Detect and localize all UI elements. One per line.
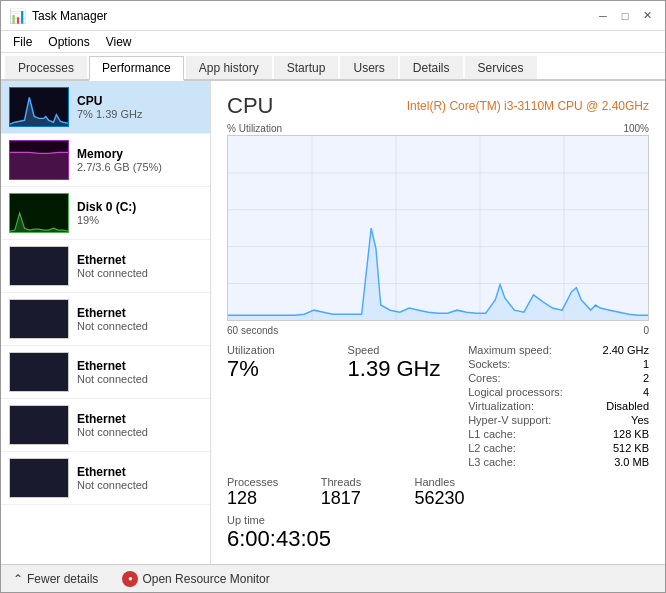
eth4-value: Not connected [77,426,202,438]
eth4-mini-graph [9,405,69,445]
sidebar-item-eth5[interactable]: Ethernet Not connected [1,452,210,505]
speed-block: Speed 1.39 GHz [348,344,469,470]
right-specs: Maximum speed: 2.40 GHz Sockets: 1 Cores… [468,344,649,470]
eth2-label: Ethernet [77,306,202,320]
tab-startup[interactable]: Startup [274,56,339,79]
eth3-mini-graph [9,352,69,392]
eth2-mini-graph [9,299,69,339]
minimize-button[interactable]: ─ [593,6,613,26]
eth3-value: Not connected [77,373,202,385]
svg-rect-3 [10,247,68,285]
eth4-info: Ethernet Not connected [77,412,202,438]
close-button[interactable]: ✕ [637,6,657,26]
max-speed-row: Maximum speed: 2.40 GHz [468,344,649,356]
l1-val: 128 KB [613,428,649,440]
disk-label: Disk 0 (C:) [77,200,202,214]
sidebar-item-eth1[interactable]: Ethernet Not connected [1,240,210,293]
uptime-label: Up time [227,514,649,526]
time-end-label: 0 [643,325,649,336]
maximize-button[interactable]: □ [615,6,635,26]
title-buttons: ─ □ ✕ [593,6,657,26]
cores-key: Cores: [468,372,500,384]
cpu-info: CPU 7% 1.39 GHz [77,94,202,120]
cores-row: Cores: 2 [468,372,649,384]
utilization-value: 7% [227,356,348,382]
eth5-info: Ethernet Not connected [77,465,202,491]
uptime-value: 6:00:43:05 [227,526,649,552]
disk-mini-graph [9,193,69,233]
l2-key: L2 cache: [468,442,516,454]
cpu-panel-title: CPU [227,93,273,119]
l2-val: 512 KB [613,442,649,454]
speed-label: Speed [348,344,469,356]
spacer [508,476,649,510]
sidebar-item-eth2[interactable]: Ethernet Not connected [1,293,210,346]
memory-mini-graph [9,140,69,180]
chart-top-labels: % Utilization 100% [227,123,649,134]
menu-file[interactable]: File [5,33,40,51]
sidebar-item-eth4[interactable]: Ethernet Not connected [1,399,210,452]
cpu-mini-graph [9,87,69,127]
tab-processes[interactable]: Processes [5,56,87,79]
chart-time-labels: 60 seconds 0 [227,325,649,336]
eth3-label: Ethernet [77,359,202,373]
disk-info: Disk 0 (C:) 19% [77,200,202,226]
processes-value: 128 [227,488,321,510]
sidebar-item-eth3[interactable]: Ethernet Not connected [1,346,210,399]
open-resource-monitor-button[interactable]: ● Open Resource Monitor [118,569,273,589]
hyperv-key: Hyper-V support: [468,414,551,426]
tab-services[interactable]: Services [465,56,537,79]
threads-block: Threads 1817 [321,476,415,510]
tab-performance[interactable]: Performance [89,56,184,81]
sidebar-item-memory[interactable]: Memory 2.7/3.6 GB (75%) [1,134,210,187]
eth1-value: Not connected [77,267,202,279]
sidebar-item-disk[interactable]: Disk 0 (C:) 19% [1,187,210,240]
eth2-value: Not connected [77,320,202,332]
handles-label: Handles [415,476,509,488]
y-axis-label: % Utilization [227,123,282,134]
processes-block: Processes 128 [227,476,321,510]
logical-procs-key: Logical processors: [468,386,563,398]
eth1-info: Ethernet Not connected [77,253,202,279]
threads-label: Threads [321,476,415,488]
l3-val: 3.0 MB [614,456,649,468]
time-start-label: 60 seconds [227,325,278,336]
max-speed-val: 2.40 GHz [603,344,649,356]
open-monitor-label: Open Resource Monitor [142,572,269,586]
handles-block: Handles 56230 [415,476,509,510]
l3-key: L3 cache: [468,456,516,468]
l1-key: L1 cache: [468,428,516,440]
sockets-val: 1 [643,358,649,370]
task-manager-window: 📊 Task Manager ─ □ ✕ File Options View P… [0,0,666,593]
memory-label: Memory [77,147,202,161]
window-title: Task Manager [32,9,107,23]
cpu-header: CPU Intel(R) Core(TM) i3-3110M CPU @ 2.4… [227,93,649,119]
hyperv-val: Yes [631,414,649,426]
logical-procs-row: Logical processors: 4 [468,386,649,398]
eth5-label: Ethernet [77,465,202,479]
fewer-details-button[interactable]: ⌃ Fewer details [9,570,102,588]
sidebar: CPU 7% 1.39 GHz Memory 2.7/3.6 GB (75%) [1,81,211,564]
menu-bar: File Options View [1,31,665,53]
svg-rect-5 [10,353,68,391]
tab-bar: Processes Performance App history Startu… [1,53,665,81]
eth1-mini-graph [9,246,69,286]
stats-row: Utilization 7% Speed 1.39 GHz Maximum sp… [227,344,649,470]
svg-rect-4 [10,300,68,338]
menu-view[interactable]: View [98,33,140,51]
bottom-bar: ⌃ Fewer details ● Open Resource Monitor [1,564,665,592]
speed-value: 1.39 GHz [348,356,469,382]
logical-procs-val: 4 [643,386,649,398]
tab-app-history[interactable]: App history [186,56,272,79]
svg-rect-6 [10,406,68,444]
l1-row: L1 cache: 128 KB [468,428,649,440]
virtualization-val: Disabled [606,400,649,412]
cpu-main-panel: CPU Intel(R) Core(TM) i3-3110M CPU @ 2.4… [211,81,665,564]
handles-value: 56230 [415,488,509,510]
eth4-label: Ethernet [77,412,202,426]
tab-details[interactable]: Details [400,56,463,79]
tab-users[interactable]: Users [340,56,397,79]
sidebar-item-cpu[interactable]: CPU 7% 1.39 GHz [1,81,210,134]
sockets-key: Sockets: [468,358,510,370]
menu-options[interactable]: Options [40,33,97,51]
